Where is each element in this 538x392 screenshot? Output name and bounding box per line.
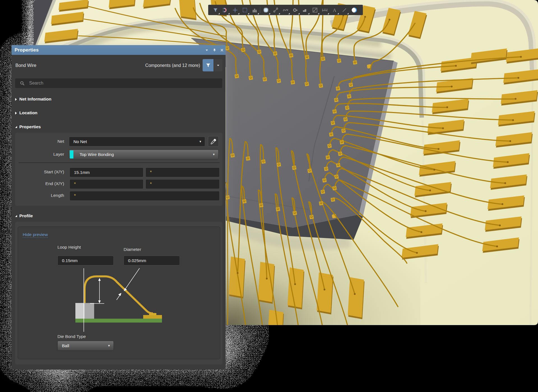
svg-text:A: A	[333, 8, 336, 13]
svg-text:10: 10	[324, 8, 326, 10]
